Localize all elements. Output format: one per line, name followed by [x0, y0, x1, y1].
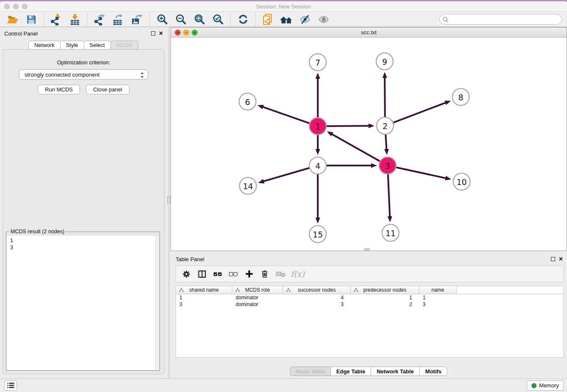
tab-node-table[interactable]: Node Table [290, 367, 331, 376]
close-table-panel-icon[interactable]: × [559, 257, 563, 262]
trash-icon [260, 269, 269, 279]
toolbar-separator [149, 13, 150, 26]
save-session-button[interactable] [22, 12, 41, 27]
zoom-selected-button[interactable] [209, 12, 227, 27]
tab-select[interactable]: Select [84, 41, 111, 50]
cell-mcds-role[interactable]: dominator [232, 295, 283, 301]
column-header-shared-name[interactable]: shared name [176, 286, 232, 294]
function-builder-button[interactable]: f(x) [291, 269, 305, 279]
edge-1-2[interactable] [325, 124, 374, 128]
result-scrollbar[interactable] [155, 236, 159, 370]
eye-slash-icon [299, 14, 311, 25]
cell-predecessor-nodes[interactable]: 1 [351, 295, 419, 301]
edge-2-8[interactable] [392, 101, 451, 123]
select-all-rows-button[interactable] [210, 267, 226, 281]
task-history-button[interactable] [4, 381, 17, 391]
node-2[interactable]: 2 [377, 117, 394, 134]
node-15[interactable]: 15 [309, 226, 326, 243]
delete-table-button[interactable] [272, 267, 288, 281]
edge-2-3[interactable] [384, 133, 389, 155]
export-image-button[interactable] [128, 12, 146, 27]
cell-shared-name[interactable]: 1 [176, 295, 232, 301]
cell-successor-nodes[interactable]: 3 [283, 301, 351, 307]
divider-handle[interactable] [167, 196, 171, 203]
export-table-button[interactable] [109, 12, 128, 27]
zoom-out-button[interactable] [171, 12, 190, 27]
optimization-criterion-label: Optimization criterion: [3, 59, 164, 66]
tab-network[interactable]: Network [28, 41, 61, 50]
first-neighbors-button[interactable] [277, 12, 296, 27]
edge-1-6[interactable] [258, 105, 311, 124]
edge-4-14[interactable] [258, 168, 311, 183]
search-input[interactable] [439, 14, 562, 25]
show-all-button[interactable] [314, 12, 333, 27]
deselect-all-rows-button[interactable] [226, 267, 241, 281]
network-canvas[interactable]: 1234678910111415 [171, 38, 567, 251]
zoom-in-button[interactable] [153, 12, 171, 27]
import-network-button[interactable] [47, 12, 66, 27]
node-6[interactable]: 6 [239, 93, 256, 110]
node-3[interactable]: 3 [379, 157, 396, 174]
node-8[interactable]: 8 [452, 88, 469, 105]
mcds-result-list[interactable]: 13 [7, 236, 159, 370]
zoom-fit-button[interactable] [190, 12, 209, 27]
table-row[interactable]: 3dominator323 [176, 301, 563, 308]
close-panel-icon[interactable]: × [159, 31, 163, 36]
tab-style[interactable]: Style [60, 41, 84, 50]
cell-name[interactable]: 1 [419, 295, 457, 301]
edge-3-11[interactable] [388, 173, 392, 222]
memory-button[interactable]: Memory [527, 381, 564, 391]
float-table-panel-icon[interactable] [551, 257, 555, 261]
add-column-button[interactable] [241, 267, 257, 281]
column-header-successor-nodes[interactable]: successor nodes [283, 286, 351, 294]
node-label: 7 [315, 58, 320, 67]
edge-4-15[interactable] [316, 173, 320, 224]
toolbar-separator [87, 13, 88, 26]
tab-edge-table[interactable]: Edge Table [330, 367, 371, 376]
cell-shared-name[interactable]: 3 [176, 301, 232, 307]
run-mcds-button[interactable]: Run MCDS [38, 85, 80, 94]
delete-column-button[interactable] [257, 267, 272, 281]
tab-mcds[interactable]: MCDS [110, 41, 138, 50]
node-7[interactable]: 7 [309, 54, 326, 71]
close-panel-button[interactable]: Close panel [86, 85, 129, 94]
open-session-button[interactable] [3, 12, 22, 27]
node-1[interactable]: 1 [309, 118, 326, 135]
edge-1-4[interactable] [316, 134, 320, 155]
import-table-button[interactable] [66, 12, 84, 27]
hide-selected-button[interactable] [296, 12, 314, 27]
edge-3-1[interactable] [327, 131, 381, 162]
table-row[interactable]: 1dominator411 [176, 294, 563, 301]
column-header-name[interactable]: name [419, 286, 457, 294]
column-visibility-button[interactable] [194, 267, 210, 281]
node-10[interactable]: 10 [453, 173, 470, 190]
cell-successor-nodes[interactable]: 4 [283, 295, 351, 301]
cell-name[interactable]: 3 [419, 301, 457, 307]
float-panel-icon[interactable] [151, 31, 155, 36]
edge-3-10[interactable] [395, 167, 451, 180]
tab-network-table[interactable]: Network Table [371, 367, 420, 376]
node-14[interactable]: 14 [239, 177, 256, 194]
column-header-mcds-role[interactable]: MCDS role [232, 286, 283, 294]
column-type-icon [235, 288, 240, 293]
column-header-predecessor-nodes[interactable]: predecessor nodes [351, 286, 419, 294]
optimization-criterion-select[interactable]: strongly connected component [19, 69, 148, 80]
edge-4-3[interactable] [325, 163, 377, 168]
clone-network-button[interactable] [259, 12, 277, 27]
network-window-titlebar: × − + scc.txt [171, 28, 567, 38]
cell-predecessor-nodes[interactable]: 2 [351, 301, 419, 307]
tab-motifs[interactable]: Motifs [419, 367, 447, 376]
export-network-button[interactable] [91, 12, 109, 27]
deselect-all-icon [228, 270, 238, 279]
panel-split-divider[interactable] [167, 27, 171, 378]
control-panel-tabs: NetworkStyleSelectMCDS [0, 41, 167, 50]
node-9[interactable]: 9 [376, 53, 393, 70]
cell-mcds-role[interactable]: dominator [232, 301, 283, 307]
node-4[interactable]: 4 [309, 157, 326, 174]
table-settings-button[interactable] [179, 267, 194, 281]
edge-2-9[interactable] [383, 72, 387, 118]
node-11[interactable]: 11 [382, 224, 399, 241]
canvas-split-handle[interactable] [364, 248, 369, 251]
edge-1-7[interactable] [316, 73, 320, 119]
refresh-layout-button[interactable] [234, 12, 252, 27]
